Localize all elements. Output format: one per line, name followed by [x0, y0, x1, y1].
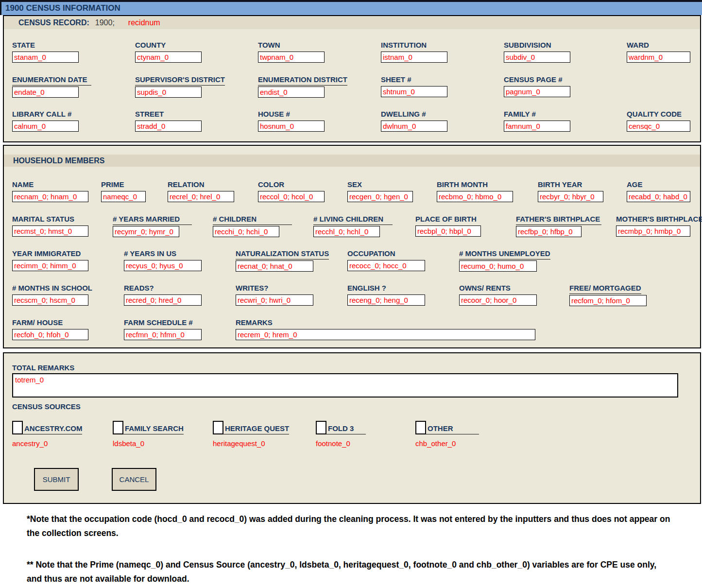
field-quality-code: QUALITY CODEcensqc_0 — [627, 110, 690, 132]
source-ancestry: ANCESTRY.COM ancestry_0 — [12, 421, 82, 448]
field-prime: PRIMEnameqc_0 — [101, 180, 146, 202]
submit-button[interactable]: SUBMIT — [34, 468, 79, 491]
reads-input[interactable]: recred_0; hred_0 — [124, 294, 202, 306]
census-record-id: recidnum — [128, 18, 160, 27]
street-label: STREET — [135, 110, 164, 120]
footnote-occupation-code: *Note that the occupation code (hocd_0 a… — [27, 512, 673, 540]
field-years-married: # YEARS MARRIEDrecymr_0; hymr_0 — [113, 215, 192, 237]
remarks-input[interactable]: recrem_0; hrem_0 — [236, 329, 535, 340]
field-months-unemployed: # MONTHS UNEMPLOYEDrecumo_0; humo_0 — [459, 249, 550, 272]
fold3-checkbox[interactable] — [316, 421, 326, 434]
field-state: STATEstanam_0 — [12, 41, 79, 63]
field-birth-year: BIRTH YEARrecbyr_0; hbyr_0 — [538, 180, 603, 202]
remarks-label: REMARKS — [236, 319, 273, 328]
field-birth-month: BIRTH MONTHrecbmo_0; hbmo_0 — [437, 180, 513, 202]
field-farm-house: FARM/ HOUSErecfoh_0; hfoh_0 — [12, 318, 88, 340]
total-remarks-label: TOTAL REMARKS — [12, 363, 74, 372]
sex-input[interactable]: recgen_0; hgen_0 — [347, 191, 413, 202]
fold3-label: FOLD 3 — [326, 424, 366, 434]
heritage-quest-checkbox[interactable] — [213, 421, 223, 434]
place-of-birth-input[interactable]: recbpl_0; hbpl_0 — [415, 225, 481, 237]
street-input[interactable]: stradd_0 — [135, 121, 202, 132]
sheet-number-input[interactable]: shtnum_0 — [381, 86, 447, 97]
color-input[interactable]: reccol_0; hcol_0 — [258, 191, 325, 202]
years-in-us-input[interactable]: recyus_0; hyus_0 — [124, 260, 202, 271]
birth-year-input[interactable]: recbyr_0; hbyr_0 — [538, 191, 603, 202]
enumeration-district-input[interactable]: endist_0 — [258, 86, 325, 98]
field-street: STREETstradd_0 — [135, 110, 202, 132]
field-naturalization-status: NATURALIZATION STATUSrecnat_0; hnat_0 — [236, 249, 329, 272]
dwelling-number-label: DWELLING # — [381, 110, 426, 120]
free-mortgaged-input[interactable]: recfom_0; hfom_0 — [569, 295, 647, 306]
family-number-label: FAMILY # — [504, 110, 536, 120]
other-checkbox[interactable] — [415, 421, 426, 434]
birth-month-input[interactable]: recbmo_0; hbmo_0 — [437, 191, 513, 202]
field-owns-rents: OWNS/ RENTSrecoor_0; hoor_0 — [459, 284, 537, 306]
source-heritage-quest: HERITAGE QUEST heritagequest_0 — [213, 421, 289, 448]
field-name: NAMErecnam_0; hnam_0 — [12, 180, 88, 202]
naturalization-status-input[interactable]: recnat_0; hnat_0 — [236, 260, 313, 272]
census-record-header: CENSUS RECORD:1900;recidnum — [4, 16, 700, 29]
months-unemployed-input[interactable]: recumo_0; humo_0 — [459, 260, 537, 272]
age-input[interactable]: recabd_0; habd_0 — [627, 191, 690, 202]
ancestry-checkbox[interactable] — [12, 421, 23, 434]
state-input[interactable]: stanam_0 — [12, 52, 79, 63]
english-input[interactable]: receng_0; heng_0 — [347, 294, 425, 306]
name-input[interactable]: recnam_0; hnam_0 — [12, 191, 88, 202]
writes-input[interactable]: recwri_0; hwri_0 — [236, 294, 313, 306]
dwelling-number-input[interactable]: dwlnum_0 — [381, 121, 447, 132]
field-free-mortgaged: FREE/ MORTGAGEDrecfom_0; hfom_0 — [569, 284, 647, 306]
farm-house-input[interactable]: recfoh_0; hfoh_0 — [12, 329, 88, 340]
fold3-value: footnote_0 — [316, 439, 366, 448]
num-children-input[interactable]: recchi_0; hchi_0 — [213, 226, 279, 237]
cancel-button[interactable]: CANCEL — [112, 468, 156, 491]
owns-rents-input[interactable]: recoor_0; hoor_0 — [459, 294, 537, 306]
town-input[interactable]: twpnam_0 — [258, 52, 325, 63]
field-ward: WARDwardnm_0 — [627, 41, 690, 63]
family-number-input[interactable]: famnum_0 — [504, 121, 570, 132]
total-remarks-input[interactable]: totrem_0 — [12, 373, 678, 398]
family-search-label: FAMILY SEARCH — [123, 424, 184, 434]
birth-month-label: BIRTH MONTH — [437, 181, 488, 190]
living-children-label: # LIVING CHILDREN — [313, 215, 393, 225]
library-call-number-input[interactable]: calnum_0 — [12, 121, 79, 132]
birth-year-label: BIRTH YEAR — [538, 181, 582, 190]
farm-schedule-number-input[interactable]: recfmn_0; hfmn_0 — [124, 329, 202, 340]
source-fold3: FOLD 3 footnote_0 — [316, 421, 366, 448]
field-reads: READS?recred_0; hred_0 — [124, 284, 202, 306]
relation-input[interactable]: recrel_0; hrel_0 — [168, 191, 234, 202]
fathers-birthplace-input[interactable]: recfbp_0; hfbp_0 — [516, 226, 582, 237]
household-members-header: HOUSEHOLD MEMBERS — [4, 155, 700, 167]
family-search-value: ldsbeta_0 — [113, 439, 184, 448]
prime-input[interactable]: nameqc_0 — [101, 191, 146, 202]
months-in-school-input[interactable]: recscm_0; hscm_0 — [12, 294, 88, 306]
years-married-input[interactable]: recymr_0; hymr_0 — [113, 226, 179, 237]
year-immigrated-input[interactable]: recimm_0; himm_0 — [12, 260, 88, 271]
farm-house-label: FARM/ HOUSE — [12, 319, 63, 328]
field-enumeration-district: ENUMERATION DISTRICTendist_0 — [258, 75, 347, 98]
mothers-birthplace-input[interactable]: recmbp_0; hmbp_0 — [616, 225, 690, 237]
family-search-checkbox[interactable] — [113, 421, 123, 434]
institution-input[interactable]: istnam_0 — [381, 52, 447, 63]
census-page-number-input[interactable]: pagnum_0 — [504, 86, 570, 97]
field-town: TOWNtwpnam_0 — [258, 41, 325, 63]
occupation-input[interactable]: recocc_0; hocc_0 — [347, 260, 425, 271]
house-number-input[interactable]: hosnum_0 — [258, 121, 325, 132]
living-children-input[interactable]: recchl_0; hchl_0 — [313, 226, 380, 237]
marital-status-input[interactable]: recmst_0; hmst_0 — [12, 225, 88, 237]
census-form-page: 1900 CENSUS INFORMATION CENSUS RECORD:19… — [0, 0, 702, 588]
enumeration-date-input[interactable]: endate_0 — [12, 86, 79, 98]
subdivision-input[interactable]: subdiv_0 — [504, 52, 570, 63]
other-value: chb_other_0 — [415, 439, 479, 448]
field-fathers-birthplace: FATHER'S BIRTHPLACErecfbp_0; hfbp_0 — [516, 215, 601, 237]
farm-schedule-number-label: FARM SCHEDULE # — [124, 319, 193, 328]
supervisors-district-input[interactable]: supdis_0 — [135, 86, 202, 98]
county-input[interactable]: ctynam_0 — [135, 52, 202, 63]
year-immigrated-label: YEAR IMMIGRATED — [12, 250, 81, 259]
years-in-us-label: # YEARS IN US — [124, 250, 176, 259]
supervisors-district-label: SUPERVISOR'S DISTRICT — [135, 76, 225, 86]
field-english: ENGLISH ?receng_0; heng_0 — [347, 284, 425, 306]
quality-code-input[interactable]: censqc_0 — [627, 121, 690, 132]
ward-input[interactable]: wardnm_0 — [627, 52, 690, 63]
footnotes: *Note that the occupation code (hocd_0 a… — [27, 512, 673, 588]
